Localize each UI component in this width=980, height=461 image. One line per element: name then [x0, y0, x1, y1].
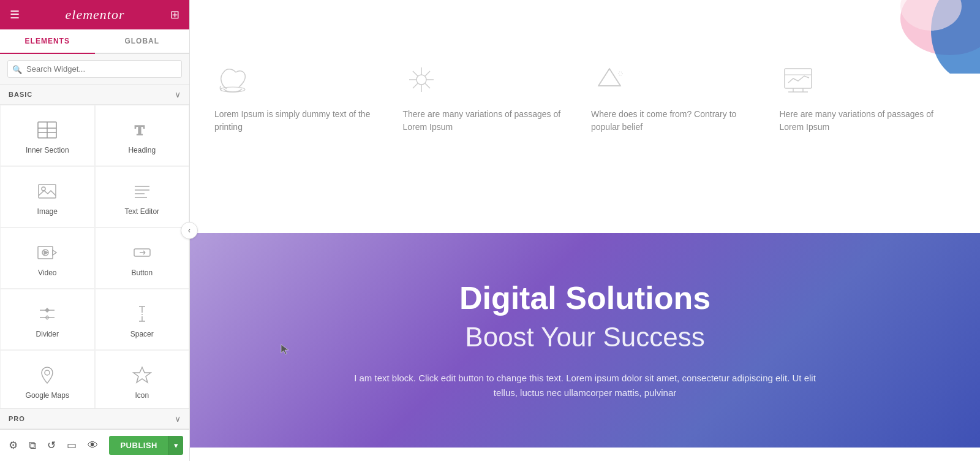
- text-editor-icon: [131, 180, 153, 202]
- history-icon[interactable]: ↺: [45, 436, 58, 454]
- pro-chevron-icon[interactable]: ∨: [175, 414, 181, 424]
- basic-section-label: BASIC: [9, 91, 32, 98]
- publish-dropdown-button[interactable]: ▾: [168, 436, 183, 455]
- button-icon: [131, 242, 153, 264]
- svg-marker-14: [44, 251, 48, 254]
- feature-2-text: There are many variations of passages of…: [403, 108, 579, 134]
- svg-marker-43: [598, 69, 620, 86]
- feature-3-icon: [591, 61, 628, 98]
- search-input[interactable]: [7, 60, 182, 78]
- icon-widget-icon: [131, 364, 153, 386]
- widget-spacer[interactable]: Spacer: [95, 289, 190, 350]
- svg-line-38: [413, 71, 418, 76]
- google-maps-icon: [36, 364, 58, 386]
- search-icon: 🔍: [12, 64, 22, 74]
- widgets-grid: Inner Section T Heading Image: [0, 105, 189, 408]
- svg-marker-12: [53, 250, 56, 255]
- responsive-icon[interactable]: ▭: [64, 436, 79, 454]
- hamburger-menu-icon[interactable]: ☰: [10, 8, 20, 21]
- feature-4-icon: [780, 61, 816, 98]
- decorative-shapes: [821, 0, 980, 74]
- inner-section-label: Inner Section: [26, 146, 69, 154]
- heading-label: Heading: [128, 146, 156, 154]
- hero-subtitle: Boost Your Success: [465, 322, 704, 352]
- feature-3-text: Where does it come from? Contrary to pop…: [591, 108, 767, 134]
- collapse-sidebar-button[interactable]: ‹: [181, 222, 198, 239]
- inner-section-icon: [36, 119, 58, 141]
- canvas-hero-section: Digital Solutions Boost Your Success I a…: [190, 233, 980, 448]
- widget-divider[interactable]: Divider: [0, 289, 95, 350]
- pro-section-header: PRO ∨: [0, 408, 189, 429]
- grid-icon[interactable]: ⊞: [170, 8, 179, 21]
- text-editor-label: Text Editor: [124, 207, 159, 216]
- svg-line-40: [425, 71, 430, 76]
- widget-inner-section[interactable]: Inner Section: [0, 105, 95, 166]
- hero-body-text: I am text block. Click edit button to ch…: [346, 371, 824, 400]
- feature-2-icon: [403, 61, 440, 98]
- feature-4-text: Here are many variations of passages of …: [780, 108, 956, 134]
- tab-global[interactable]: GLOBAL: [95, 29, 190, 53]
- sidebar-header: ☰ elementor ⊞: [0, 0, 189, 29]
- divider-label: Divider: [36, 330, 59, 338]
- feature-item-3: Where does it come from? Contrary to pop…: [591, 61, 767, 134]
- sidebar-footer: ⚙ ⧉ ↺ ▭ 👁 PUBLISH ▾: [0, 429, 189, 461]
- svg-point-6: [42, 187, 45, 191]
- settings-icon[interactable]: ⚙: [6, 436, 20, 454]
- widget-icon[interactable]: Icon: [95, 350, 190, 408]
- widget-button[interactable]: Button: [95, 227, 190, 289]
- sidebar-tabs: ELEMENTS GLOBAL: [0, 29, 189, 54]
- svg-point-28: [45, 370, 50, 375]
- video-icon: [36, 242, 58, 264]
- icon-label: Icon: [135, 391, 149, 400]
- layers-icon[interactable]: ⧉: [26, 437, 39, 454]
- hero-title: Digital Solutions: [459, 280, 710, 317]
- footer-icons: ⚙ ⧉ ↺ ▭ 👁: [6, 436, 100, 454]
- svg-line-44: [609, 69, 620, 86]
- tab-elements[interactable]: ELEMENTS: [0, 29, 95, 54]
- svg-line-39: [425, 83, 430, 88]
- publish-button-wrapper: PUBLISH ▾: [109, 436, 183, 455]
- button-label: Button: [131, 269, 153, 277]
- feature-item-1: Lorem Ipsum is simply dummy text of the …: [214, 61, 391, 134]
- svg-text:T: T: [135, 122, 145, 138]
- video-label: Video: [38, 269, 56, 277]
- preview-icon[interactable]: 👁: [85, 437, 100, 454]
- basic-chevron-icon[interactable]: ∨: [175, 90, 181, 99]
- sidebar: ☰ elementor ⊞ ELEMENTS GLOBAL 🔍 BASIC ∨ …: [0, 0, 190, 461]
- svg-marker-20: [45, 308, 49, 312]
- basic-section-header: BASIC ∨: [0, 84, 189, 105]
- main-canvas: Lorem Ipsum is simply dummy text of the …: [190, 0, 980, 461]
- widget-video[interactable]: Video: [0, 227, 95, 289]
- widget-heading[interactable]: T Heading: [95, 105, 190, 166]
- svg-point-47: [619, 72, 622, 75]
- feature-1-text: Lorem Ipsum is simply dummy text of the …: [214, 108, 391, 134]
- svg-rect-5: [39, 185, 56, 198]
- google-maps-label: Google Maps: [26, 391, 69, 400]
- widget-google-maps[interactable]: Google Maps: [0, 350, 95, 408]
- publish-button[interactable]: PUBLISH: [109, 436, 168, 455]
- widget-image[interactable]: Image: [0, 166, 95, 227]
- pro-section-label: PRO: [9, 415, 25, 422]
- image-label: Image: [37, 207, 58, 216]
- svg-marker-29: [134, 367, 151, 383]
- widget-text-editor[interactable]: Text Editor: [95, 166, 190, 227]
- canvas-top-section: Lorem Ipsum is simply dummy text of the …: [190, 0, 980, 233]
- spacer-label: Spacer: [130, 330, 154, 338]
- heading-icon: T: [131, 119, 153, 141]
- image-icon: [36, 180, 58, 202]
- svg-point-42: [417, 75, 426, 85]
- feature-1-icon: [214, 61, 251, 98]
- svg-line-46: [598, 69, 609, 86]
- divider-icon: [36, 303, 58, 325]
- feature-item-2: There are many variations of passages of…: [403, 61, 579, 134]
- elementor-logo: elementor: [66, 7, 125, 23]
- svg-rect-48: [785, 69, 812, 88]
- spacer-icon: [131, 303, 153, 325]
- search-bar: 🔍: [0, 54, 189, 84]
- svg-line-41: [413, 83, 418, 88]
